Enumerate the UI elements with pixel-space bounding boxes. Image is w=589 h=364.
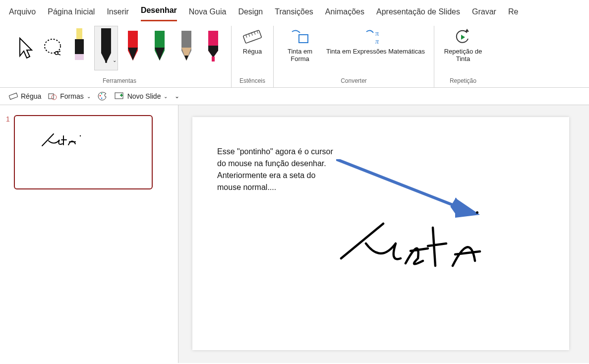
- svg-point-35: [101, 98, 102, 99]
- ink-to-shape-label: Tinta em Forma: [283, 48, 317, 62]
- svg-line-3: [58, 54, 60, 55]
- group-converter: Tinta em Forma π π Tinta em Expressões M…: [274, 26, 434, 87]
- group-ferramentas: ⌄: [8, 26, 232, 87]
- tab-design[interactable]: Design: [238, 5, 263, 21]
- chevron-down-icon[interactable]: ⌄: [113, 58, 117, 63]
- pen-black[interactable]: ⌄: [94, 26, 118, 70]
- svg-line-22: [251, 33, 252, 36]
- tab-apresentacao[interactable]: Apresentação de Slides: [376, 5, 460, 21]
- svg-point-33: [99, 95, 101, 97]
- ribbon: ⌄: [0, 22, 589, 88]
- group-label-ferramentas: Ferramentas: [103, 77, 136, 84]
- thumbnail-number: 1: [6, 115, 10, 123]
- ink-replay-button[interactable]: Repetição de Tinta: [440, 26, 486, 64]
- workspace: 1 Esse "pontinho" agora é o cursor do mo…: [0, 105, 589, 363]
- svg-rect-5: [75, 39, 84, 54]
- overflow-icon: ⌄: [175, 93, 179, 100]
- svg-point-32: [52, 95, 57, 100]
- qat-palette[interactable]: [98, 92, 108, 101]
- pen-gray[interactable]: [175, 26, 198, 70]
- svg-marker-17: [208, 46, 218, 58]
- tab-inserir[interactable]: Inserir: [107, 5, 128, 21]
- pen-green[interactable]: [148, 26, 172, 70]
- svg-point-34: [101, 93, 102, 95]
- ink-to-math-icon: π π: [364, 28, 386, 46]
- svg-line-2: [58, 51, 60, 52]
- ink-cursor-dot: [476, 211, 478, 214]
- group-label-estenceis: Estênceis: [239, 77, 265, 84]
- svg-text:π: π: [375, 38, 379, 45]
- svg-point-39: [80, 135, 81, 136]
- ruler-label: Régua: [243, 48, 262, 55]
- qat-formas-label: Formas: [60, 92, 83, 100]
- ink-to-shape-button[interactable]: Tinta em Forma: [280, 26, 320, 64]
- svg-rect-30: [9, 93, 18, 100]
- svg-marker-15: [184, 56, 188, 61]
- annotation-arrow: [336, 159, 485, 224]
- pen-pink[interactable]: [201, 26, 225, 70]
- slide-ink-teste: [336, 219, 490, 278]
- thumbnail-ink: [40, 131, 99, 151]
- qat-overflow[interactable]: ⌄: [175, 93, 179, 100]
- svg-point-8: [105, 61, 107, 63]
- svg-point-0: [45, 39, 60, 53]
- ink-to-math-button[interactable]: π π Tinta em Expressões Matemáticas: [323, 26, 428, 57]
- tab-gravar[interactable]: Gravar: [472, 5, 496, 21]
- svg-rect-19: [243, 30, 261, 44]
- svg-line-24: [257, 31, 258, 34]
- svg-rect-18: [212, 57, 215, 61]
- chevron-down-icon: ⌄: [164, 94, 168, 99]
- slide-thumbnail-1[interactable]: [14, 115, 153, 189]
- tab-pagina-inicial[interactable]: Página Inicial: [48, 5, 95, 21]
- qat-formas[interactable]: Formas ⌄: [48, 92, 90, 100]
- pen-red[interactable]: [121, 26, 145, 70]
- svg-text:π: π: [375, 30, 379, 37]
- slide-1[interactable]: Esse "pontinho" agora é o cursor do mous…: [192, 117, 569, 350]
- qat-regua-label: Régua: [21, 92, 41, 100]
- quick-access-toolbar: Régua Formas ⌄ Novo Slide ⌄ ⌄: [0, 88, 589, 105]
- svg-line-23: [254, 32, 255, 35]
- svg-line-20: [246, 35, 247, 38]
- pen-red-icon: [125, 31, 141, 65]
- group-estenceis: Régua Estênceis: [232, 26, 274, 87]
- ribbon-tabs: Arquivo Página Inicial Inserir Desenhar …: [0, 0, 589, 22]
- highlighter-pink-icon: [205, 31, 221, 65]
- slide-canvas-area: Esse "pontinho" agora é o cursor do mous…: [178, 105, 589, 363]
- annotation-text: Esse "pontinho" agora é o cursor do mous…: [217, 146, 341, 193]
- svg-rect-4: [76, 28, 82, 39]
- ink-to-math-label: Tinta em Expressões Matemáticas: [326, 48, 425, 55]
- group-label-converter: Converter: [341, 77, 367, 84]
- tab-nova-guia[interactable]: Nova Guia: [189, 5, 227, 21]
- palette-icon: [98, 92, 108, 101]
- qat-regua[interactable]: Régua: [9, 92, 41, 100]
- qat-novo-slide-label: Novo Slide: [127, 92, 161, 100]
- ink-to-shape-icon: [290, 28, 310, 46]
- select-tool[interactable]: [14, 26, 38, 70]
- svg-marker-10: [128, 48, 138, 61]
- group-repeticao: Repetição de Tinta Repetição: [434, 26, 492, 87]
- pen-highlighter[interactable]: [67, 26, 91, 70]
- ruler-button[interactable]: Régua: [237, 26, 267, 57]
- lasso-tool[interactable]: [41, 26, 64, 70]
- svg-marker-7: [101, 28, 111, 63]
- tab-arquivo[interactable]: Arquivo: [9, 5, 36, 21]
- slide-thumbnails-panel: 1: [0, 105, 178, 363]
- ruler-icon: [242, 28, 262, 46]
- svg-line-40: [336, 159, 463, 209]
- lasso-icon: [43, 36, 62, 60]
- tab-desenhar[interactable]: Desenhar: [141, 4, 177, 21]
- pencil-gray-icon: [178, 31, 194, 65]
- ruler-small-icon: [9, 92, 18, 100]
- svg-line-21: [249, 34, 250, 37]
- cursor-icon: [17, 36, 35, 60]
- shapes-small-icon: [48, 92, 57, 100]
- qat-novo-slide[interactable]: Novo Slide ⌄: [115, 92, 168, 100]
- svg-rect-31: [49, 94, 54, 99]
- chevron-down-icon: ⌄: [87, 94, 91, 99]
- tab-revisao[interactable]: Re: [508, 5, 518, 21]
- tab-transicoes[interactable]: Transições: [275, 5, 313, 21]
- tab-animacoes[interactable]: Animações: [325, 5, 364, 21]
- group-label-repeticao: Repetição: [450, 77, 476, 84]
- ink-replay-label: Repetição de Tinta: [443, 48, 483, 62]
- svg-point-1: [55, 52, 58, 55]
